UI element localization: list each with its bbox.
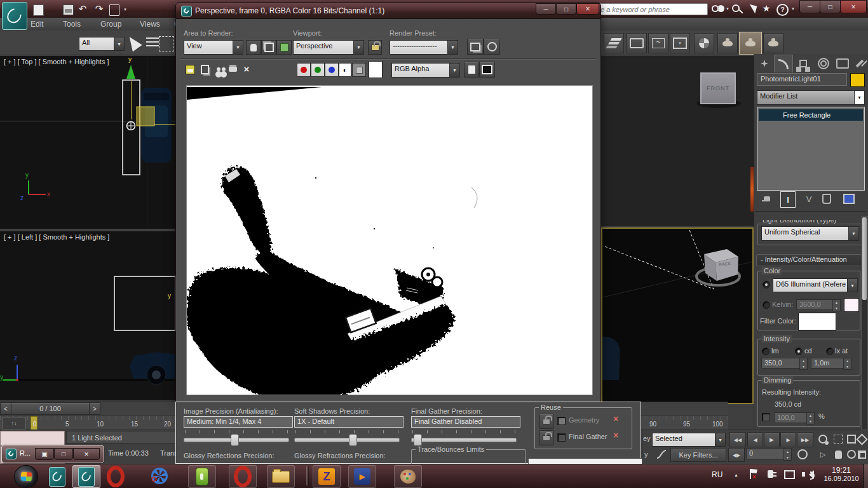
redo-icon[interactable]: ↷ <box>93 3 105 15</box>
make-unique-icon[interactable]: V <box>802 193 816 205</box>
auto-key-partial[interactable]: ey <box>643 435 651 442</box>
previous-frame-button[interactable]: ◀ <box>747 432 763 447</box>
chevron-down-icon[interactable]: ▼ <box>847 279 857 292</box>
menu-tools[interactable]: Tools <box>63 20 81 29</box>
taskbar-gear-app-icon[interactable]: O <box>146 465 173 487</box>
maxscript-mini-listener[interactable] <box>0 431 65 446</box>
app-logo-button[interactable] <box>2 2 27 30</box>
region-selected-icon[interactable] <box>276 40 292 55</box>
scene-container-icon[interactable] <box>627 33 647 53</box>
soft-shadows-slider[interactable] <box>294 438 400 442</box>
set-key-partial[interactable]: y <box>644 451 648 458</box>
project-toolbar-icon[interactable] <box>109 4 119 16</box>
tray-expand-icon[interactable]: ▲ <box>734 473 738 477</box>
rfw-close-button[interactable]: × <box>576 3 599 15</box>
intensity-field[interactable]: 350,0 <box>761 358 801 369</box>
subscription-key-icon[interactable] <box>732 4 740 12</box>
lm-radio[interactable] <box>762 348 770 355</box>
show-desktop-button[interactable] <box>863 464 868 488</box>
taskbar-3dsmax-active-icon[interactable] <box>72 465 100 488</box>
render-preset-dropdown[interactable]: ------------------- ▼ <box>390 40 458 55</box>
minimized-render-window[interactable]: R... ▣ □ × <box>1 445 104 463</box>
time-configuration-icon[interactable] <box>796 448 810 461</box>
light-distribution-dropdown[interactable]: Uniform Spherical ▼ <box>761 226 859 241</box>
close-button[interactable]: × <box>73 448 100 460</box>
rfw-minimize-button[interactable]: ─ <box>536 3 556 15</box>
viewport-left[interactable]: [ + ] [ Left ] [ Smooth + Highlights ] y… <box>0 231 175 400</box>
selected-keyset-dropdown[interactable]: Selected ▼ <box>652 433 726 447</box>
search-input[interactable] <box>597 3 708 15</box>
panel-scrollbar-thumb[interactable] <box>862 217 867 300</box>
help-chevron-icon[interactable]: ▼ <box>790 6 796 11</box>
kelvin-spinner[interactable]: ▲▼ <box>832 299 841 311</box>
window-close-button[interactable]: × <box>840 0 867 13</box>
taskbar-opera2-icon[interactable] <box>229 465 257 488</box>
dimming-checkbox[interactable] <box>762 413 770 421</box>
go-to-end-button[interactable]: ▶▶ <box>797 432 813 447</box>
tab-motion[interactable] <box>815 56 832 71</box>
final-gather-slider-thumb[interactable] <box>414 434 422 446</box>
object-name-field[interactable]: PhotometricLight01 <box>757 73 847 86</box>
taskbar-messenger-icon[interactable] <box>188 465 216 488</box>
tab-create[interactable] <box>756 56 773 71</box>
show-end-result-icon[interactable]: I <box>780 191 796 208</box>
image-precision-slider-thumb[interactable] <box>231 434 239 446</box>
select-by-name-icon[interactable] <box>146 37 159 48</box>
lx-radio[interactable] <box>826 348 834 355</box>
help-icon[interactable]: ? <box>776 4 789 16</box>
final-gather-slider[interactable] <box>411 438 517 442</box>
edit-region-icon[interactable] <box>246 40 261 55</box>
clone-window-icon[interactable] <box>213 64 224 75</box>
clear-image-icon[interactable]: × <box>241 62 252 75</box>
next-frame-button[interactable]: > <box>89 402 100 415</box>
next-frame-button[interactable]: ▶ <box>780 432 796 447</box>
save-image-icon[interactable] <box>184 64 196 75</box>
favorites-star-icon[interactable]: ★ <box>761 3 771 14</box>
zoom-extents-icon[interactable] <box>831 432 845 446</box>
chevron-down-icon[interactable]: ▼ <box>449 64 459 77</box>
tab-modify[interactable] <box>774 55 793 72</box>
viewport-perspective[interactable]: BACK <box>601 227 754 404</box>
selection-filter-dropdown[interactable]: All ▼ <box>79 37 125 51</box>
menu-edit[interactable]: Edit <box>31 20 44 29</box>
search-icon[interactable] <box>712 5 719 12</box>
taskbar-z-app-icon[interactable]: Z <box>313 465 341 488</box>
network-icon[interactable] <box>784 470 796 479</box>
distance-spinner[interactable]: ▲▼ <box>843 358 851 370</box>
pin-stack-icon[interactable] <box>760 193 774 205</box>
intensity-spinner[interactable]: ▲▼ <box>799 358 808 370</box>
alpha-channel-icon[interactable] <box>352 63 366 77</box>
zoom-extents-all-icon[interactable] <box>846 432 857 446</box>
frame-spinner[interactable]: ▲▼ <box>783 448 792 461</box>
chevron-down-icon[interactable]: ▼ <box>353 41 363 54</box>
print-image-icon[interactable] <box>227 64 238 75</box>
undo-icon[interactable]: ↶ <box>77 3 88 15</box>
qat-flyout-icon[interactable]: ▼ <box>122 6 128 13</box>
geometry-checkbox[interactable] <box>557 417 566 425</box>
key-filters-button[interactable]: Key Filters... <box>670 448 726 462</box>
layered-image-icon[interactable] <box>464 62 479 78</box>
modifier-stack[interactable]: Free Rectangle <box>757 107 865 191</box>
tab-utilities[interactable] <box>853 56 867 71</box>
chevron-down-icon[interactable]: ▼ <box>715 433 725 446</box>
d65-radio[interactable] <box>763 281 770 288</box>
cd-radio[interactable] <box>795 348 803 355</box>
intensity-rollout-header[interactable]: - Intensity/Color/Attenuation <box>756 254 863 266</box>
viewport-lock-icon[interactable] <box>368 40 382 55</box>
distance-field[interactable]: 1,0m <box>811 358 845 369</box>
chevron-down-icon[interactable]: ▼ <box>114 37 124 50</box>
filter-color-swatch[interactable] <box>798 313 836 330</box>
tab-display[interactable] <box>834 56 851 71</box>
clear-final-gather-icon[interactable]: × <box>613 431 618 439</box>
window-maximize-button[interactable]: □ <box>820 0 841 13</box>
viewport-front[interactable]: FRONT <box>601 56 754 226</box>
curve-editor-icon[interactable]: ~ <box>648 33 668 53</box>
volume-icon[interactable] <box>802 470 813 479</box>
time-slider-thumb[interactable]: 0 / 100 <box>11 402 90 415</box>
menu-views[interactable]: Views <box>140 20 160 29</box>
render-setup-dialog-icon[interactable] <box>467 39 484 55</box>
final-gather-checkbox[interactable] <box>557 433 566 442</box>
copy-image-icon[interactable] <box>199 64 210 75</box>
rfw-maximize-button[interactable]: □ <box>556 3 576 15</box>
chevron-down-icon[interactable]: ▼ <box>447 41 458 54</box>
